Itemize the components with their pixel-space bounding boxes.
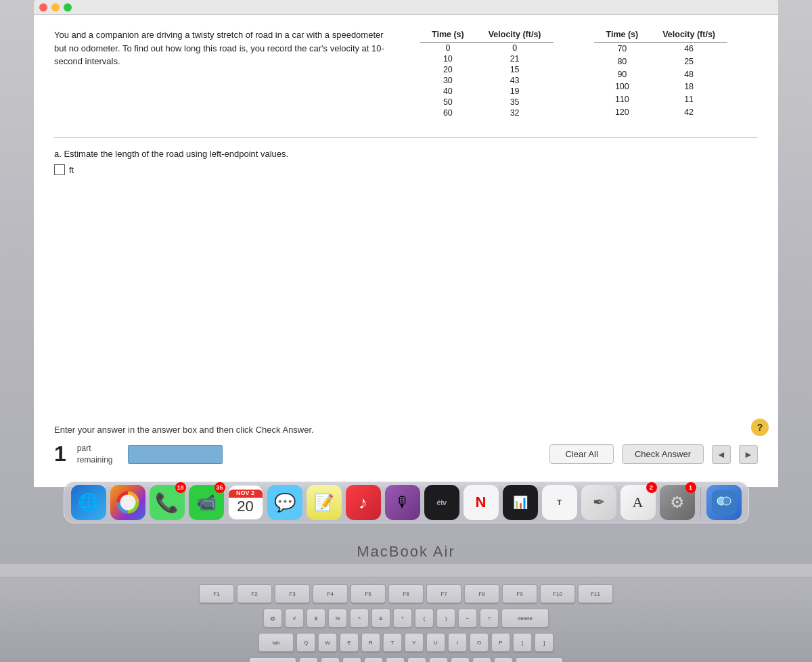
nav-next-button[interactable]: ► bbox=[739, 445, 758, 464]
key-f11[interactable]: F11 bbox=[578, 584, 613, 603]
dock-item-stocks[interactable]: 📊 bbox=[503, 485, 538, 520]
key-semicolon[interactable]: ; bbox=[494, 657, 513, 662]
key-u[interactable]: U bbox=[426, 633, 445, 652]
key-f4[interactable]: F4 bbox=[313, 584, 348, 603]
table-cell: 70 bbox=[594, 43, 651, 55]
dock-item-music[interactable]: ♪ bbox=[346, 485, 381, 520]
table-cell: 15 bbox=[476, 64, 554, 75]
key-tab[interactable]: tab bbox=[258, 633, 294, 652]
key-rbracket[interactable]: ] bbox=[535, 633, 554, 652]
key-lbracket[interactable]: [ bbox=[513, 633, 532, 652]
key-d[interactable]: D bbox=[342, 657, 361, 662]
dock-item-script[interactable]: ✒ bbox=[581, 485, 616, 520]
table-cell: 40 bbox=[420, 86, 476, 97]
key-amp[interactable]: & bbox=[371, 609, 390, 628]
clear-all-button[interactable]: Clear All bbox=[549, 444, 613, 464]
dock-item-news[interactable]: N bbox=[464, 485, 499, 520]
key-at[interactable]: @ bbox=[263, 609, 282, 628]
table-cell: 60 bbox=[420, 108, 476, 118]
notification-badge: 35 bbox=[215, 482, 225, 493]
key-f1[interactable]: F1 bbox=[199, 584, 234, 603]
key-f3[interactable]: F3 bbox=[275, 584, 310, 603]
key-caps[interactable]: caps bbox=[249, 657, 296, 662]
key-caret[interactable]: ^ bbox=[350, 609, 369, 628]
check-answer-button[interactable]: Check Answer bbox=[622, 444, 704, 464]
key-i[interactable]: I bbox=[448, 633, 467, 652]
dock-item-fontbook[interactable]: A2 bbox=[621, 485, 656, 520]
answer-input-field[interactable] bbox=[128, 445, 223, 464]
key-y[interactable]: Y bbox=[405, 633, 424, 652]
dock-item-photos[interactable] bbox=[110, 485, 145, 520]
part-a-section: a. Estimate the length of the road using… bbox=[54, 149, 758, 175]
key-a[interactable]: A bbox=[299, 657, 318, 662]
key-return[interactable]: return bbox=[516, 657, 563, 662]
table-cell: 18 bbox=[650, 80, 727, 93]
key-rightparen[interactable]: ) bbox=[436, 609, 455, 628]
key-f8[interactable]: F8 bbox=[464, 584, 499, 603]
table-cell: 46 bbox=[650, 43, 727, 55]
key-f7[interactable]: F7 bbox=[426, 584, 461, 603]
dock-item-settings[interactable]: ⚙1 bbox=[660, 485, 695, 520]
key-dash[interactable]: − bbox=[458, 609, 477, 628]
keyboard-keys: F1 F2 F3 F4 F5 F6 F7 F8 F9 F10 F11 @ # $… bbox=[0, 577, 812, 662]
key-g[interactable]: G bbox=[386, 657, 405, 662]
dock-item-textutil[interactable]: T bbox=[542, 485, 577, 520]
key-f6[interactable]: F6 bbox=[388, 584, 424, 603]
key-f9[interactable]: F9 bbox=[502, 584, 537, 603]
part-label-remaining: remaining bbox=[77, 454, 113, 466]
key-delete[interactable]: delete bbox=[501, 609, 549, 628]
key-star[interactable]: * bbox=[393, 609, 412, 628]
dock-item-safari[interactable]: 🌐 bbox=[71, 485, 106, 520]
key-j[interactable]: J bbox=[429, 657, 448, 662]
key-f10[interactable]: F10 bbox=[540, 584, 575, 603]
help-button[interactable]: ? bbox=[751, 419, 769, 436]
table-row: 5035 bbox=[420, 97, 554, 108]
key-q[interactable]: Q bbox=[296, 633, 315, 652]
close-button[interactable] bbox=[39, 3, 47, 11]
dock-item-podcasts[interactable]: 🎙 bbox=[385, 485, 420, 520]
screen-area: You and a companion are driving a twisty… bbox=[34, 0, 778, 487]
dock-item-facetime[interactable]: 📹35 bbox=[189, 485, 224, 520]
key-p[interactable]: P bbox=[491, 633, 510, 652]
key-e[interactable]: E bbox=[340, 633, 359, 652]
key-k[interactable]: K bbox=[451, 657, 470, 662]
dock-item-notes[interactable]: 📝 bbox=[307, 485, 342, 520]
dock-item-clock[interactable]: NOV 2 20 bbox=[228, 485, 263, 520]
key-percent[interactable]: % bbox=[328, 609, 347, 628]
table-row: 7046 bbox=[594, 43, 728, 55]
key-s[interactable]: S bbox=[321, 657, 340, 662]
dock-item-messages[interactable]: 💬 bbox=[267, 485, 302, 520]
nav-prev-button[interactable]: ◄ bbox=[712, 445, 731, 464]
data-tables: Time (s) Velocity (ft/s) 001021201530434… bbox=[420, 28, 727, 118]
table-cell: 50 bbox=[420, 97, 476, 108]
key-dollar[interactable]: $ bbox=[307, 609, 325, 628]
key-r[interactable]: R bbox=[361, 633, 380, 652]
dock-item-finder[interactable] bbox=[706, 485, 742, 520]
table-row: 2015 bbox=[420, 64, 554, 75]
key-f5[interactable]: F5 bbox=[351, 584, 386, 603]
notification-badge: 18 bbox=[175, 482, 186, 493]
key-f2[interactable]: F2 bbox=[237, 584, 272, 603]
key-leftparen[interactable]: ( bbox=[415, 609, 434, 628]
key-equals[interactable]: = bbox=[480, 609, 499, 628]
maximize-button[interactable] bbox=[64, 3, 72, 11]
key-h[interactable]: H bbox=[407, 657, 426, 662]
key-hash[interactable]: # bbox=[285, 609, 304, 628]
minimize-button[interactable] bbox=[51, 3, 60, 11]
dock-item-appletv[interactable]: étv bbox=[424, 485, 459, 520]
table-cell: 42 bbox=[650, 105, 727, 118]
table2-header-time: Time (s) bbox=[594, 28, 651, 43]
table-cell: 21 bbox=[476, 53, 554, 64]
key-t[interactable]: T bbox=[383, 633, 402, 652]
answer-checkbox[interactable] bbox=[54, 164, 65, 175]
key-w[interactable]: W bbox=[318, 633, 337, 652]
dock-item-phone[interactable]: 📞18 bbox=[150, 485, 185, 520]
table2-header-velocity: Velocity (ft/s) bbox=[650, 28, 727, 43]
notification-badge: 2 bbox=[646, 482, 657, 493]
key-o[interactable]: O bbox=[470, 633, 489, 652]
answer-bar: 1 part remaining Clear All Check Answer … bbox=[54, 442, 758, 473]
key-l[interactable]: L bbox=[472, 657, 491, 662]
answer-unit: ft bbox=[69, 165, 74, 175]
table-row: 11011 bbox=[594, 93, 728, 106]
key-f[interactable]: F bbox=[364, 657, 383, 662]
